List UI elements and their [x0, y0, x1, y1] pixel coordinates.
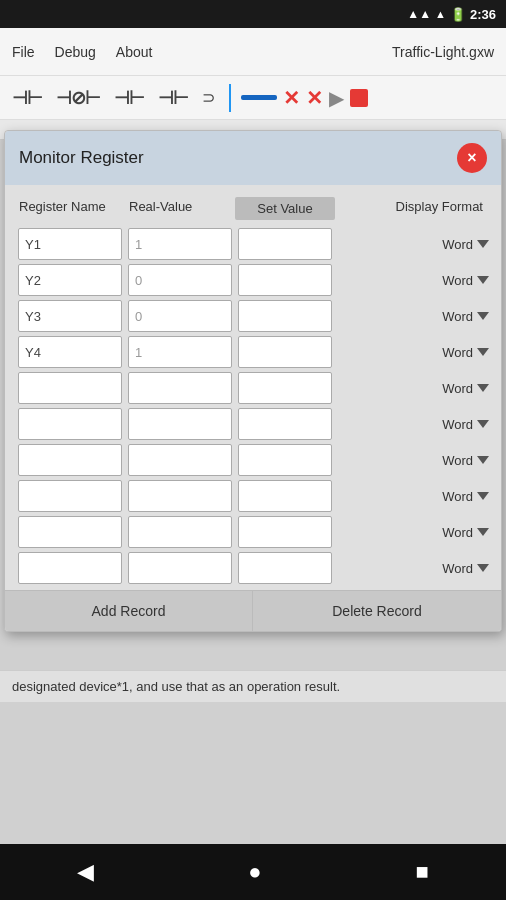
format-label-5: Word — [442, 417, 473, 432]
input-setval-9[interactable] — [238, 552, 332, 584]
toolbar-divider — [229, 84, 231, 112]
format-label-0: Word — [442, 237, 473, 252]
input-realval-0[interactable] — [128, 228, 232, 260]
format-dropdown-1[interactable] — [477, 276, 489, 284]
format-dropdown-5[interactable] — [477, 420, 489, 428]
format-dropdown-7[interactable] — [477, 492, 489, 500]
contact-p-icon[interactable]: ⊣⊢ — [110, 85, 148, 111]
back-button[interactable]: ◀ — [77, 859, 94, 885]
modal-buttons: Add Record Delete Record — [5, 590, 501, 631]
battery-icon: 🔋 — [450, 7, 466, 22]
cell-setval-6 — [235, 444, 335, 476]
monitor-table: Register Name Real-Value Set Value Displ… — [5, 185, 501, 584]
table-row: Word — [15, 552, 491, 584]
cell-setval-1 — [235, 264, 335, 296]
cell-realval-2 — [125, 300, 235, 332]
cell-format-3: Word — [335, 345, 491, 360]
cell-format-2: Word — [335, 309, 491, 324]
format-label-2: Word — [442, 309, 473, 324]
input-realval-9[interactable] — [128, 552, 232, 584]
cell-setval-9 — [235, 552, 335, 584]
format-dropdown-8[interactable] — [477, 528, 489, 536]
input-name-1[interactable] — [18, 264, 122, 296]
format-dropdown-4[interactable] — [477, 384, 489, 392]
header-register-name: Register Name — [15, 197, 125, 220]
input-realval-1[interactable] — [128, 264, 232, 296]
monitor-register-modal: Monitor Register × Register Name Real-Va… — [4, 130, 502, 632]
menu-debug[interactable]: Debug — [55, 44, 96, 60]
input-name-3[interactable] — [18, 336, 122, 368]
table-row: Word — [15, 336, 491, 368]
input-name-2[interactable] — [18, 300, 122, 332]
format-dropdown-0[interactable] — [477, 240, 489, 248]
menu-file[interactable]: File — [12, 44, 35, 60]
line-tool-btn[interactable] — [241, 95, 277, 100]
status-time: 2:36 — [470, 7, 496, 22]
input-name-6[interactable] — [18, 444, 122, 476]
cell-setval-3 — [235, 336, 335, 368]
input-setval-8[interactable] — [238, 516, 332, 548]
add-record-button[interactable]: Add Record — [5, 591, 253, 631]
app-bar-menu: File Debug About — [12, 44, 372, 60]
input-setval-3[interactable] — [238, 336, 332, 368]
home-button[interactable]: ● — [248, 859, 261, 885]
format-label-9: Word — [442, 561, 473, 576]
delete-v-btn[interactable]: ✕ — [306, 86, 323, 110]
wifi-icon: ▲▲ — [407, 7, 431, 21]
input-setval-2[interactable] — [238, 300, 332, 332]
header-set-value: Set Value — [235, 197, 335, 220]
input-name-8[interactable] — [18, 516, 122, 548]
input-realval-4[interactable] — [128, 372, 232, 404]
table-row: Word — [15, 372, 491, 404]
status-icons: ▲▲ ▲ 🔋 2:36 — [407, 7, 496, 22]
input-setval-1[interactable] — [238, 264, 332, 296]
cell-name-0 — [15, 228, 125, 260]
input-realval-8[interactable] — [128, 516, 232, 548]
contact-n-icon[interactable]: ⊣⊢ — [154, 85, 192, 111]
cell-name-6 — [15, 444, 125, 476]
format-dropdown-6[interactable] — [477, 456, 489, 464]
toolbar: ⊣⊢ ⊣⊘⊢ ⊣⊢ ⊣⊢ ⊃ ✕ ✕ ▶ — [0, 76, 506, 120]
header-display-format: Display Format — [335, 197, 491, 220]
input-setval-6[interactable] — [238, 444, 332, 476]
delete-h-btn[interactable]: ✕ — [283, 86, 300, 110]
input-setval-0[interactable] — [238, 228, 332, 260]
input-realval-7[interactable] — [128, 480, 232, 512]
coil-icon[interactable]: ⊃ — [198, 86, 219, 109]
cell-name-1 — [15, 264, 125, 296]
input-name-9[interactable] — [18, 552, 122, 584]
table-row: Word — [15, 516, 491, 548]
format-label-3: Word — [442, 345, 473, 360]
app-bar: File Debug About Traffic-Light.gxw — [0, 28, 506, 76]
format-dropdown-3[interactable] — [477, 348, 489, 356]
play-btn[interactable]: ▶ — [329, 86, 344, 110]
cell-format-0: Word — [335, 237, 491, 252]
input-name-0[interactable] — [18, 228, 122, 260]
input-setval-7[interactable] — [238, 480, 332, 512]
stop-btn[interactable] — [350, 89, 368, 107]
cell-name-9 — [15, 552, 125, 584]
input-name-7[interactable] — [18, 480, 122, 512]
input-name-5[interactable] — [18, 408, 122, 440]
input-realval-3[interactable] — [128, 336, 232, 368]
cell-name-7 — [15, 480, 125, 512]
input-realval-2[interactable] — [128, 300, 232, 332]
modal-close-button[interactable]: × — [457, 143, 487, 173]
cell-realval-7 — [125, 480, 235, 512]
input-realval-5[interactable] — [128, 408, 232, 440]
format-dropdown-2[interactable] — [477, 312, 489, 320]
input-setval-5[interactable] — [238, 408, 332, 440]
nav-bar: ◀ ● ■ — [0, 844, 506, 900]
input-realval-6[interactable] — [128, 444, 232, 476]
contact-no-icon[interactable]: ⊣⊢ — [8, 85, 46, 111]
input-setval-4[interactable] — [238, 372, 332, 404]
menu-about[interactable]: About — [116, 44, 153, 60]
cell-realval-5 — [125, 408, 235, 440]
cell-realval-6 — [125, 444, 235, 476]
recents-button[interactable]: ■ — [416, 859, 429, 885]
delete-record-button[interactable]: Delete Record — [253, 591, 501, 631]
cell-setval-8 — [235, 516, 335, 548]
contact-nc-icon[interactable]: ⊣⊘⊢ — [52, 85, 104, 111]
input-name-4[interactable] — [18, 372, 122, 404]
format-dropdown-9[interactable] — [477, 564, 489, 572]
